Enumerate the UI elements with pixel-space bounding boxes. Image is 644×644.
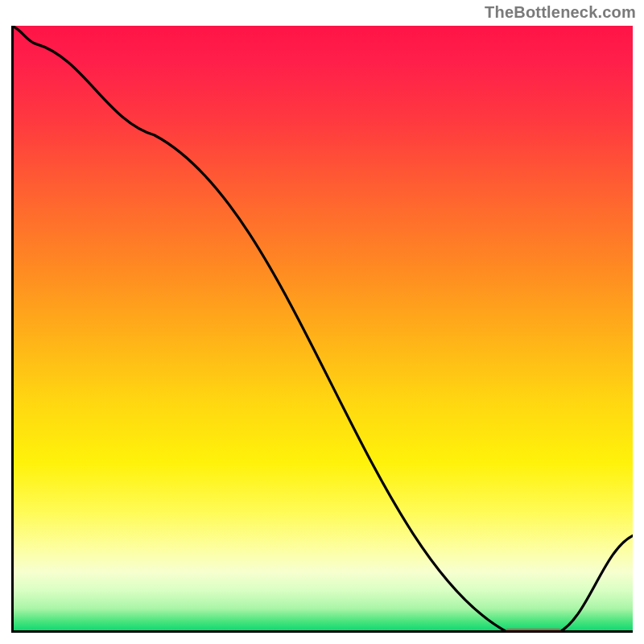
plot-area — [11, 26, 633, 633]
bottleneck-curve — [11, 26, 633, 633]
curve-path — [11, 26, 633, 633]
chart-canvas: TheBottleneck.com — [0, 0, 644, 644]
attribution-text: TheBottleneck.com — [485, 3, 636, 22]
axis-left — [11, 26, 14, 633]
axis-bottom — [11, 630, 633, 633]
